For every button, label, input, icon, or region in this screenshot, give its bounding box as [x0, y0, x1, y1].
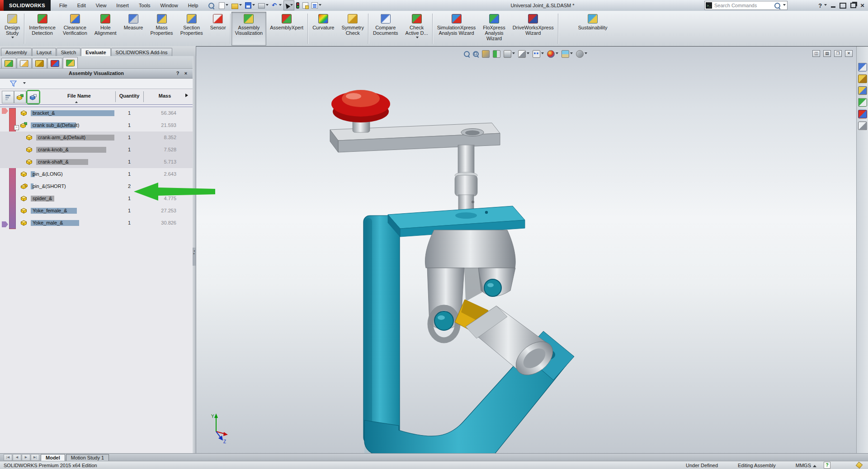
tab-layout[interactable]: Layout: [32, 48, 56, 56]
section-view-button[interactable]: [493, 50, 500, 58]
check-active-document-dropdown-arrow[interactable]: [416, 37, 419, 40]
table-row[interactable]: Yoke_male_&130.826: [0, 217, 193, 229]
tab-assembly[interactable]: Assembly: [1, 48, 32, 56]
flat-view-button[interactable]: [14, 91, 26, 103]
tab-motion-study-1[interactable]: Motion Study 1: [66, 454, 109, 461]
open-document-button[interactable]: [230, 0, 243, 10]
column-header-mass[interactable]: Mass: [143, 93, 186, 98]
motion-nav-button-0[interactable]: |◀: [4, 454, 12, 461]
menu-edit[interactable]: Edit: [72, 0, 91, 11]
status-mmgs[interactable]: MMGS: [796, 463, 816, 468]
display-style-dropdown-arrow[interactable]: [527, 52, 529, 56]
model-crank-knob[interactable]: [331, 90, 390, 132]
edit-appearance-sheet-button[interactable]: [301, 0, 310, 10]
filter-funnel-icon[interactable]: [10, 80, 17, 87]
undo-button[interactable]: ↶: [270, 0, 283, 10]
model-pin-left[interactable]: [434, 311, 453, 330]
table-row[interactable]: bracket_&156.364: [0, 107, 193, 119]
motion-nav-button-2[interactable]: ▶: [22, 454, 30, 461]
hide-show-items-dropdown-arrow[interactable]: [541, 52, 544, 56]
apply-scene-button[interactable]: [561, 50, 573, 58]
table-row[interactable]: −crank sub_&(Default)121.593: [0, 119, 193, 131]
help-dropdown-arrow[interactable]: [824, 4, 827, 7]
design-study-dropdown-arrow[interactable]: [11, 37, 14, 40]
view-orientation-dropdown-arrow[interactable]: [512, 52, 515, 56]
featuremanager-tab[interactable]: [1, 58, 16, 68]
edit-appearance-button[interactable]: [547, 50, 558, 58]
ribbon-sensor-button[interactable]: Sensor: [207, 12, 230, 46]
solidworks-resources-icon[interactable]: [858, 63, 867, 71]
save-document-button[interactable]: [244, 0, 256, 10]
ribbon-symmetry-check-button[interactable]: SymmetryCheck: [338, 12, 368, 46]
ribbon-measure-button[interactable]: Measure: [120, 12, 147, 46]
view-orientation-button[interactable]: [504, 50, 515, 58]
ribbon-sustainability-button[interactable]: Sustainability: [575, 12, 611, 46]
panel-help-button[interactable]: ?: [175, 69, 181, 78]
options-list-dropdown-arrow[interactable]: [319, 4, 321, 7]
expander-minus-icon[interactable]: −: [14, 125, 19, 130]
doc-pane-button[interactable]: ◫: [812, 50, 820, 57]
tag-icon[interactable]: [856, 462, 863, 469]
search-input[interactable]: Search Commands: [714, 3, 774, 8]
model-pin-right[interactable]: [484, 279, 501, 296]
search-icon[interactable]: [774, 3, 780, 9]
menu-help[interactable]: Help: [183, 0, 203, 11]
cascade-windows-button[interactable]: [850, 3, 856, 8]
column-header-quantity[interactable]: Quantity: [115, 93, 143, 98]
panel-close-button[interactable]: ×: [183, 69, 189, 78]
custom-properties-icon[interactable]: [858, 122, 867, 130]
column-header-file-name[interactable]: File Name: [45, 93, 113, 98]
options-list-button[interactable]: [310, 0, 323, 10]
design-library-icon[interactable]: [858, 75, 867, 83]
motion-nav-button-1[interactable]: ◀: [13, 454, 21, 461]
tab-evaluate[interactable]: Evaluate: [81, 48, 110, 56]
doc-close-button[interactable]: ✕: [845, 50, 853, 57]
select-cursor-dropdown-arrow[interactable]: [290, 4, 293, 7]
table-row[interactable]: pin_&(LONG)12.643: [0, 168, 193, 180]
view-settings-dropdown-arrow[interactable]: [585, 52, 587, 56]
undo-dropdown-arrow[interactable]: [279, 4, 282, 7]
ribbon-curvature-button[interactable]: Curvature: [309, 12, 338, 46]
model-yoke-assembly[interactable]: [425, 230, 559, 382]
grouped-view-button[interactable]: [27, 91, 39, 103]
graphics-viewport[interactable]: Y Z ◫▤❐✕: [196, 46, 868, 454]
menu-view[interactable]: View: [91, 0, 112, 11]
restore-button[interactable]: [840, 3, 846, 9]
ribbon-check-active-document-button[interactable]: CheckActive D...: [402, 12, 432, 46]
doc-restore-button[interactable]: ❐: [834, 50, 842, 57]
ribbon-compare-documents-button[interactable]: CompareDocuments: [369, 12, 402, 46]
displaymanager-tab[interactable]: [47, 58, 62, 68]
file-explorer-icon[interactable]: [858, 86, 867, 95]
ribbon-simulationxpress-analysis-wizard-button[interactable]: SimulationXpressAnalysis Wizard: [434, 12, 480, 46]
model-crank-shaft[interactable]: [455, 145, 477, 218]
ribbon-section-properties-button[interactable]: SectionProperties: [177, 12, 207, 46]
table-row[interactable]: crank-arm_&(Default)18.352: [0, 131, 193, 144]
tab-model[interactable]: Model: [41, 454, 65, 461]
ribbon-mass-properties-button[interactable]: MassProperties: [146, 12, 176, 46]
ribbon-clearance-verification-button[interactable]: ClearanceVerification: [59, 12, 91, 46]
assembly-visualization-tab[interactable]: [63, 57, 78, 68]
table-row[interactable]: Yoke_female_&127.253: [0, 205, 193, 217]
menu-insert[interactable]: Insert: [111, 0, 134, 11]
quick-search-icon[interactable]: [208, 3, 214, 9]
motion-nav-button-3[interactable]: ▶|: [31, 454, 39, 461]
print-document-dropdown-arrow[interactable]: [266, 4, 269, 7]
print-document-button[interactable]: [257, 0, 270, 10]
previous-view-button[interactable]: [482, 50, 490, 58]
ribbon-assemblyxpert-button[interactable]: AssemblyXpert: [266, 12, 307, 46]
select-cursor-button[interactable]: [283, 0, 294, 10]
ribbon-assembly-visualization-button[interactable]: AssemblyVisualization: [231, 12, 267, 46]
table-row[interactable]: crank-knob_&17.528: [0, 144, 193, 156]
value-bars-toggle-button[interactable]: [2, 91, 14, 103]
splitter-grip[interactable]: ◄►: [193, 248, 196, 266]
propertymanager-tab[interactable]: [17, 58, 32, 68]
new-document-dropdown-arrow[interactable]: [226, 4, 228, 7]
minimize-button[interactable]: [831, 6, 835, 8]
view-palette-icon[interactable]: [858, 98, 867, 107]
zoom-to-fit-button[interactable]: [464, 51, 470, 57]
filter-dropdown-arrow[interactable]: [23, 82, 26, 85]
ribbon-design-study-button[interactable]: DesignStudy: [1, 12, 24, 46]
menu-window[interactable]: Window: [156, 0, 183, 11]
units-dropdown-arrow[interactable]: [813, 463, 816, 467]
ribbon-driveworksxpress-wizard-button[interactable]: DriveWorksXpressWizard: [509, 12, 557, 46]
